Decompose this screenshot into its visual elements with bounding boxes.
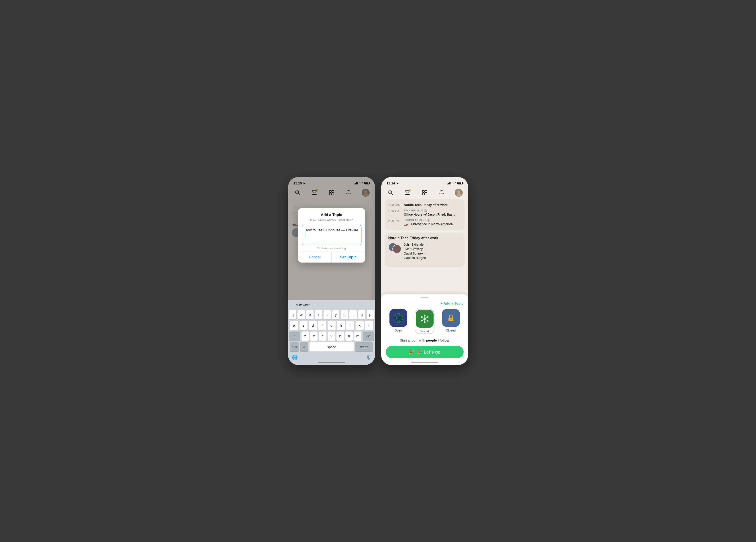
signal-icon-2: [447, 182, 451, 185]
key-r[interactable]: r: [315, 310, 322, 319]
number-key[interactable]: 123: [290, 342, 299, 351]
key-l[interactable]: l: [365, 321, 373, 330]
room-members: John Sjölander ··· Tyler Crowley ··· Dav…: [388, 243, 461, 261]
suggestion-item[interactable]: "Lifewire": [291, 302, 316, 308]
key-o[interactable]: o: [358, 310, 365, 319]
member-name-2: Tyler Crowley ···: [404, 247, 461, 251]
room-card[interactable]: Nordic Tech Friday after work John Sjöla…: [385, 233, 465, 267]
set-topic-button[interactable]: Set Topic: [332, 252, 365, 263]
key-w[interactable]: w: [298, 310, 305, 319]
svg-rect-15: [422, 193, 424, 195]
sparkle-badge-2: ✦: [409, 189, 411, 191]
key-i[interactable]: i: [349, 310, 357, 319]
schedule-time-2: 1:00 PM: [388, 209, 402, 213]
room-type-closed[interactable]: Closed: [442, 309, 460, 334]
svg-point-29: [427, 316, 428, 318]
svg-rect-14: [425, 191, 427, 193]
social-icon: [416, 310, 434, 328]
shift-key[interactable]: ⇧: [289, 331, 300, 341]
svg-point-28: [424, 314, 426, 316]
key-b[interactable]: b: [336, 331, 344, 341]
suggestion-bar: "Lifewire": [288, 300, 375, 309]
status-icons-2: [447, 182, 463, 185]
modal-input-area[interactable]: How to use Clubhouse — Lifewire: [302, 225, 361, 245]
cancel-button[interactable]: Cancel: [298, 252, 332, 263]
delete-key[interactable]: ⌫: [363, 331, 374, 341]
key-k[interactable]: k: [356, 321, 364, 330]
time-text-2: 11:14: [387, 181, 395, 185]
keyboard-bottom-bar: 🌐 🎙️: [288, 354, 375, 365]
key-row-2: a s d f g h j k l: [289, 321, 374, 330]
room-type-row: Open: [386, 309, 464, 334]
key-u[interactable]: u: [341, 310, 348, 319]
key-c[interactable]: c: [319, 331, 326, 341]
schedule-time-1: 11:00 AM: [388, 203, 402, 207]
room-type-social[interactable]: Social: [415, 309, 434, 334]
phone-1-inner: 11:15 ▶: [288, 177, 375, 365]
schedule-row-1: 11:00 AM Nordic Tech Friday after work: [388, 203, 461, 207]
modal-header: Add a Topic e.g., Raising wolves - good …: [298, 208, 365, 223]
key-d[interactable]: d: [309, 321, 317, 330]
svg-point-19: [456, 193, 461, 197]
suggestion-item-3[interactable]: [348, 304, 372, 306]
globe-icon[interactable]: 🌐: [292, 355, 298, 360]
nav-bar-2: ✦: [381, 187, 468, 199]
key-n[interactable]: n: [345, 331, 353, 341]
svg-point-30: [427, 320, 428, 321]
mic-icon[interactable]: 🎙️: [366, 355, 371, 360]
svg-point-31: [424, 321, 426, 323]
modal-subtitle: e.g., Raising wolves - good idea?: [303, 218, 361, 222]
svg-point-18: [457, 191, 460, 193]
modal-input-text: How to use Clubhouse — Lifewire: [305, 228, 359, 238]
key-e[interactable]: e: [306, 310, 314, 319]
avatar-2[interactable]: [455, 189, 463, 197]
key-x[interactable]: x: [310, 331, 318, 341]
location-icon-2: ▶: [397, 182, 398, 185]
lets-go-button[interactable]: 🎉 🎉 Let's go: [386, 346, 464, 358]
svg-rect-13: [422, 191, 424, 193]
bell-icon-2[interactable]: [438, 189, 446, 197]
search-icon-2[interactable]: [387, 189, 395, 197]
add-topic-modal: Add a Topic e.g., Raising wolves - good …: [298, 208, 365, 263]
home-indicator-1: [318, 362, 345, 363]
key-g[interactable]: g: [328, 321, 336, 330]
key-m[interactable]: m: [354, 331, 361, 341]
grid-icon-2[interactable]: [421, 189, 429, 197]
closed-icon: [442, 309, 460, 327]
key-p[interactable]: p: [367, 310, 374, 319]
key-row-1: q w e r t y u i o p: [289, 310, 374, 319]
key-a[interactable]: a: [290, 321, 298, 330]
key-j[interactable]: j: [346, 321, 354, 330]
return-key[interactable]: return: [355, 342, 373, 351]
key-q[interactable]: q: [289, 310, 296, 319]
schedule-row-2: 1:00 PM STARTUP CLUB 🏠 Office Hours w/ J…: [388, 209, 461, 217]
schedule-time-3: 2:00 PM: [388, 219, 402, 223]
space-key[interactable]: space: [310, 342, 354, 351]
social-label: Social: [420, 329, 429, 333]
suggestion-item-2[interactable]: [319, 304, 344, 306]
key-h[interactable]: h: [337, 321, 345, 330]
open-icon: [389, 309, 407, 327]
key-f[interactable]: f: [318, 321, 326, 330]
key-t[interactable]: t: [324, 310, 331, 319]
member-name-1: John Sjölander ···: [404, 243, 461, 246]
member-name-3: David Sonnek ···: [404, 252, 461, 255]
room-type-open[interactable]: Open: [389, 309, 407, 334]
compose-icon-2[interactable]: ✦: [403, 189, 412, 197]
add-topic-button[interactable]: + Add a Topic: [386, 301, 464, 305]
emoji-key[interactable]: ☺: [300, 342, 308, 351]
key-s[interactable]: s: [300, 321, 308, 330]
key-v[interactable]: v: [328, 331, 335, 341]
key-y[interactable]: y: [332, 310, 340, 319]
keyboard: "Lifewire" q w e r t y u: [288, 300, 375, 365]
sheet-handle: [421, 297, 429, 298]
phones-container: 11:15 ▶: [288, 177, 468, 365]
battery-icon-2: [457, 182, 463, 185]
phone-2-inner: 11:14 ▶: [381, 177, 468, 365]
key-row-4: 123 ☺ space return: [289, 342, 374, 351]
schedule-club-3: FORMULA 1 CLUB 🏠: [404, 219, 461, 222]
svg-rect-16: [425, 193, 427, 195]
schedule-title-3: 🏎️ F1 Presence in North America: [404, 222, 461, 226]
modal-title: Add a Topic: [303, 213, 361, 217]
key-z[interactable]: z: [302, 331, 309, 341]
